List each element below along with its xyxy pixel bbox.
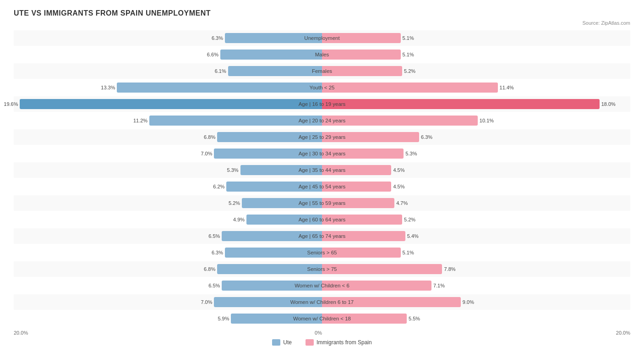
chart-row: 7.0% Age | 30 to 34 years 5.3% — [14, 146, 630, 161]
spain-swatch — [306, 339, 314, 346]
chart-row: 13.3% Youth < 25 11.4% — [14, 80, 630, 95]
axis-left: 20.0% 0% — [14, 330, 322, 336]
chart-row: 11.2% Age | 20 to 24 years 10.1% — [14, 113, 630, 128]
bar-left-11: 4.9% — [246, 215, 322, 225]
bar-label-right-12: 5.4% — [407, 233, 419, 239]
bar-label-left-8: 5.3% — [227, 167, 239, 173]
chart-row: 6.3% Unemployment 5.1% — [14, 30, 630, 46]
chart-row: 6.3% Seniors > 65 5.1% — [14, 245, 630, 260]
bar-right-8: 4.5% — [322, 165, 391, 175]
bar-left-13: 6.3% — [225, 248, 322, 258]
bar-label-left-13: 6.3% — [212, 250, 223, 255]
bar-left-4: 19.6% — [20, 99, 322, 109]
chart-row: 6.5% Women w/ Children < 6 7.1% — [14, 278, 630, 293]
bar-label-left-11: 4.9% — [233, 217, 245, 222]
bar-label-right-3: 11.4% — [500, 85, 514, 90]
bar-left-2: 6.1% — [228, 66, 322, 76]
axis-row: 20.0% 0% 20.0% — [14, 330, 630, 336]
bar-right-11: 5.2% — [322, 215, 402, 225]
bar-left-16: 7.0% — [214, 297, 322, 307]
bar-label-left-14: 6.8% — [204, 266, 215, 272]
bar-label-right-1: 5.1% — [403, 52, 414, 57]
axis-right: 20.0% — [322, 330, 630, 336]
bar-label-right-13: 5.1% — [403, 250, 414, 255]
bar-left-3: 13.3% — [117, 83, 322, 93]
axis-left-min: 20.0% — [14, 330, 28, 336]
legend-ute: Ute — [272, 339, 292, 346]
bar-label-left-9: 6.2% — [213, 184, 224, 189]
bar-right-15: 7.1% — [322, 281, 431, 291]
bar-left-9: 6.2% — [226, 182, 322, 192]
bar-label-right-16: 9.0% — [463, 299, 474, 305]
bar-label-right-5: 10.1% — [480, 118, 494, 123]
chart-row: 6.8% Age | 25 to 29 years 6.3% — [14, 129, 630, 145]
bar-right-16: 9.0% — [322, 297, 461, 307]
bar-label-left-12: 6.5% — [208, 233, 220, 239]
bar-label-left-10: 5.2% — [229, 200, 240, 206]
bar-left-1: 6.6% — [220, 50, 322, 60]
bar-label-left-1: 6.6% — [207, 52, 218, 57]
bar-label-left-0: 6.3% — [212, 35, 223, 41]
bar-right-4: 18.0% — [322, 99, 600, 109]
chart-rows: 6.3% Unemployment 5.1% 6.6% Males 5.1% 6… — [14, 30, 630, 326]
chart-row: 19.6% Age | 16 to 19 years 18.0% — [14, 96, 630, 112]
bar-label-left-5: 11.2% — [133, 118, 147, 123]
bar-label-right-8: 4.5% — [393, 167, 404, 173]
bar-left-7: 7.0% — [214, 149, 322, 159]
bar-right-5: 10.1% — [322, 116, 478, 126]
chart-row: 4.9% Age | 60 to 64 years 5.2% — [14, 212, 630, 227]
chart-row: 6.8% Seniors > 75 7.8% — [14, 261, 630, 277]
bar-right-1: 5.1% — [322, 50, 401, 60]
chart-row: 5.9% Women w/ Children < 18 5.5% — [14, 311, 630, 326]
bar-left-5: 11.2% — [149, 116, 322, 126]
bar-right-13: 5.1% — [322, 248, 401, 258]
chart-row: 6.5% Age | 65 to 74 years 5.4% — [14, 228, 630, 244]
bar-left-15: 6.5% — [222, 281, 322, 291]
chart-title: UTE VS IMMIGRANTS FROM SPAIN UNEMPLOYMEN… — [14, 9, 630, 17]
bar-left-6: 6.8% — [217, 132, 322, 142]
bar-left-12: 6.5% — [222, 231, 322, 241]
bar-label-right-9: 4.5% — [393, 184, 404, 189]
bar-left-17: 5.9% — [231, 314, 322, 324]
chart-container: 6.3% Unemployment 5.1% 6.6% Males 5.1% 6… — [14, 30, 630, 346]
bar-right-3: 11.4% — [322, 83, 498, 93]
bar-label-left-6: 6.8% — [204, 134, 215, 140]
bar-label-right-11: 5.2% — [404, 217, 415, 222]
legend: Ute Immigrants from Spain — [14, 339, 630, 346]
bar-left-10: 5.2% — [242, 198, 322, 208]
chart-row: 5.2% Age | 55 to 59 years 4.7% — [14, 195, 630, 211]
bar-right-12: 5.4% — [322, 231, 405, 241]
bar-label-left-7: 7.0% — [201, 151, 212, 156]
bar-left-0: 6.3% — [225, 33, 322, 43]
axis-left-max: 0% — [315, 330, 322, 336]
bar-right-17: 5.5% — [322, 314, 407, 324]
bar-label-left-15: 6.5% — [208, 283, 220, 288]
bar-label-right-7: 5.3% — [405, 151, 417, 156]
bar-right-10: 4.7% — [322, 198, 394, 208]
bar-label-right-17: 5.5% — [409, 316, 420, 321]
bar-right-7: 5.3% — [322, 149, 404, 159]
bar-right-6: 6.3% — [322, 132, 419, 142]
bar-label-right-10: 4.7% — [396, 200, 408, 206]
bar-right-9: 4.5% — [322, 182, 391, 192]
axis-right-max: 20.0% — [616, 330, 630, 336]
bar-label-right-6: 6.3% — [421, 134, 432, 140]
spain-label: Immigrants from Spain — [317, 339, 372, 346]
bar-right-0: 5.1% — [322, 33, 401, 43]
legend-spain: Immigrants from Spain — [306, 339, 372, 346]
bar-label-left-16: 7.0% — [201, 299, 212, 305]
bar-label-right-4: 18.0% — [601, 101, 616, 107]
bar-right-2: 5.2% — [322, 66, 402, 76]
bar-label-right-14: 7.8% — [444, 266, 455, 272]
bar-label-left-17: 5.9% — [218, 316, 229, 321]
chart-row: 6.1% Females 5.2% — [14, 63, 630, 79]
bar-left-8: 5.3% — [240, 165, 322, 175]
ute-swatch — [272, 339, 280, 346]
chart-row: 6.6% Males 5.1% — [14, 47, 630, 62]
bar-label-left-3: 13.3% — [101, 85, 115, 90]
ute-label: Ute — [283, 339, 292, 346]
bar-label-right-0: 5.1% — [403, 35, 414, 41]
chart-row: 5.3% Age | 35 to 44 years 4.5% — [14, 162, 630, 178]
bar-label-left-4: 19.6% — [4, 101, 18, 107]
bar-left-14: 6.8% — [217, 264, 322, 274]
